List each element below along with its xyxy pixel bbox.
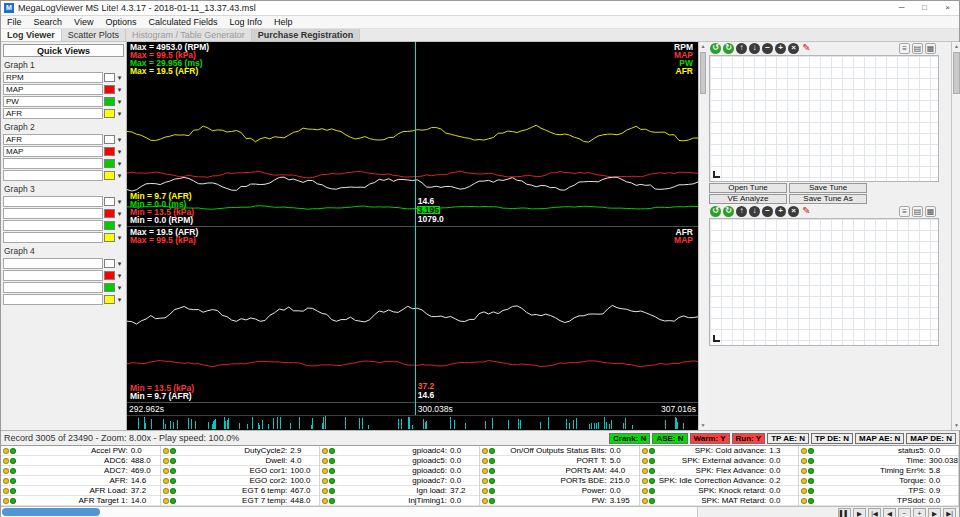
graph-panel[interactable]: Max = 19.5 (AFR) Max = 99.5 (kPa) AFR MA… [127,227,698,403]
tune-table-top[interactable] [709,55,939,182]
data-field[interactable]: AFR 14.6 [1,476,160,486]
channel-select[interactable] [3,170,103,181]
scale-down-icon[interactable]: ↓ [749,206,760,217]
chevron-down-icon[interactable]: ▾ [115,72,124,83]
tab[interactable]: Histogram / Table Generator [126,29,252,41]
tab[interactable]: Log Viewer [1,29,62,41]
grid-view-icon[interactable]: ▦ [925,43,936,54]
increment-icon[interactable]: + [775,43,786,54]
channel-color-swatch[interactable] [104,171,115,180]
list-view-icon[interactable]: ≡ [899,43,910,54]
chevron-down-icon[interactable]: ▾ [115,146,124,157]
data-field[interactable]: PORTs BDE 215.0 [480,476,639,486]
data-field[interactable]: EGT 6 temp 467.0 [161,486,320,496]
step-back-icon[interactable]: ◀ [883,508,896,517]
data-field[interactable]: PW 3.195 [480,496,639,506]
chevron-down-icon[interactable]: ▾ [115,170,124,181]
clear-icon[interactable]: × [788,206,799,217]
channel-select[interactable] [3,220,103,231]
menu-item[interactable]: File [1,16,28,29]
chart-area[interactable]: Max = 4953.0 (RPM) Max = 99.5 (kPa) Max … [127,42,698,430]
channel-color-swatch[interactable] [104,159,115,168]
channel-color-swatch[interactable] [104,109,115,118]
scroll-down-icon[interactable]: ▼ [952,421,960,430]
scale-down-icon[interactable]: ↓ [749,43,760,54]
channel-color-swatch[interactable] [104,295,115,304]
data-field[interactable]: InjTiming1 0.0 [320,496,479,506]
channel-select[interactable]: RPM [3,72,103,83]
data-field[interactable]: EGT 7 temp 448.0 [161,496,320,506]
scroll-up-icon[interactable]: ▲ [952,42,960,51]
data-field[interactable]: status5 0.0 [799,446,958,456]
chevron-down-icon[interactable]: ▾ [115,220,124,231]
channel-color-swatch[interactable] [104,85,115,94]
data-field[interactable]: EGO cor2 100.0 [161,476,320,486]
channel-color-swatch[interactable] [104,73,115,82]
decrement-icon[interactable]: − [762,43,773,54]
chevron-down-icon[interactable]: ▾ [115,134,124,145]
data-field[interactable]: On/Off Outputs Status Bits 0.0 [480,446,639,456]
graph-panel[interactable]: Max = 4953.0 (RPM) Max = 99.5 (kPa) Max … [127,42,698,227]
scrollbar-thumb[interactable] [700,52,706,94]
pause-icon[interactable]: ▌▌ [838,508,851,517]
chevron-down-icon[interactable]: ▾ [115,108,124,119]
scale-up-icon[interactable]: ↑ [736,43,747,54]
data-field[interactable]: gpioadc6 0.0 [320,466,479,476]
channel-select[interactable]: PW [3,96,103,107]
maximize-button[interactable]: □ [913,1,936,15]
minimize-button[interactable]: ─ [890,1,913,15]
data-field[interactable]: SPK: Knock retard 0.0 [640,486,799,496]
channel-select[interactable] [3,232,103,243]
chevron-down-icon[interactable]: ▾ [115,232,124,243]
grid-view-icon[interactable]: ▦ [925,206,936,217]
data-field[interactable]: Accel PW 0.0 [1,446,160,456]
tune-action-button[interactable]: Save Tune As [789,194,867,204]
log-scrollbar[interactable] [1,507,698,517]
tune-action-button[interactable]: VE Analyze [709,194,787,204]
menu-item[interactable]: Help [268,16,299,29]
scroll-down-icon[interactable]: ▼ [699,421,707,430]
channel-color-swatch[interactable] [104,197,115,206]
channel-color-swatch[interactable] [104,233,115,242]
data-field[interactable]: DutyCycle2 2.9 [161,446,320,456]
channel-select[interactable] [3,158,103,169]
data-field[interactable]: SPK: Flex Advance 0.0 [640,466,799,476]
channel-select[interactable]: MAP [3,146,103,157]
tab[interactable]: Scatter Plots [62,29,126,41]
data-field[interactable]: gpioadc4 0.0 [320,446,479,456]
channel-color-swatch[interactable] [104,271,115,280]
chart-scrollbar[interactable]: ▲ ▼ [698,42,707,430]
data-field[interactable]: SPK: MAT Retard 0.0 [640,496,799,506]
edit-icon[interactable]: ✎ [801,43,812,54]
channel-select[interactable] [3,258,103,269]
chevron-down-icon[interactable]: ▾ [115,84,124,95]
channel-color-swatch[interactable] [104,221,115,230]
increment-icon[interactable]: + [775,206,786,217]
data-field[interactable]: PORT T 5.0 [480,456,639,466]
data-field[interactable]: SPK: External advance 0.0 [640,456,799,466]
channel-select[interactable] [3,294,103,305]
channel-select[interactable]: AFR [3,108,103,119]
data-field[interactable]: Power 0.0 [480,486,639,496]
data-field[interactable]: SPK: Idle Correction Advance 0.2 [640,476,799,486]
tune-action-button[interactable]: Open Tune [709,183,787,193]
data-field[interactable]: Time 300.038 [799,456,958,466]
tune-action-button[interactable]: Save Tune [789,183,867,193]
channel-color-swatch[interactable] [104,283,115,292]
data-field[interactable]: AFR Load 37.2 [1,486,160,496]
channel-select[interactable] [3,282,103,293]
edit-icon[interactable]: ✎ [801,206,812,217]
data-field[interactable]: TPS 0.9 [799,486,958,496]
menu-item[interactable]: Search [28,16,69,29]
channel-select[interactable] [3,208,103,219]
channel-color-swatch[interactable] [104,259,115,268]
redo-icon[interactable]: ↻ [723,43,734,54]
data-field[interactable]: ADC7 469.0 [1,466,160,476]
channel-color-swatch[interactable] [104,135,115,144]
cursor-line[interactable] [415,42,416,415]
faster-icon[interactable]: + [913,508,926,517]
chevron-down-icon[interactable]: ▾ [115,158,124,169]
data-field[interactable]: gpioadc5 0.0 [320,456,479,466]
close-button[interactable]: × [936,1,959,15]
decrement-icon[interactable]: − [762,206,773,217]
